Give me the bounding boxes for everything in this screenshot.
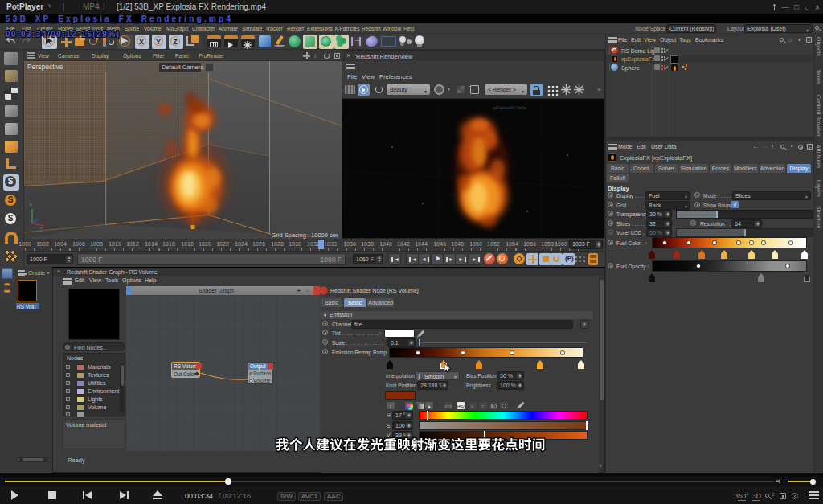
- svg-text:xpExplosiaFX.Cache: xpExplosiaFX.Cache: [493, 106, 526, 110]
- svg-text:Default Camera: Default Camera: [162, 64, 204, 71]
- svg-text:Y: Y: [29, 203, 33, 208]
- svg-text:Z: Z: [39, 227, 43, 232]
- svg-text:Perspective: Perspective: [27, 63, 63, 71]
- svg-text:Grid Spacing : 10000 cm: Grid Spacing : 10000 cm: [271, 232, 338, 239]
